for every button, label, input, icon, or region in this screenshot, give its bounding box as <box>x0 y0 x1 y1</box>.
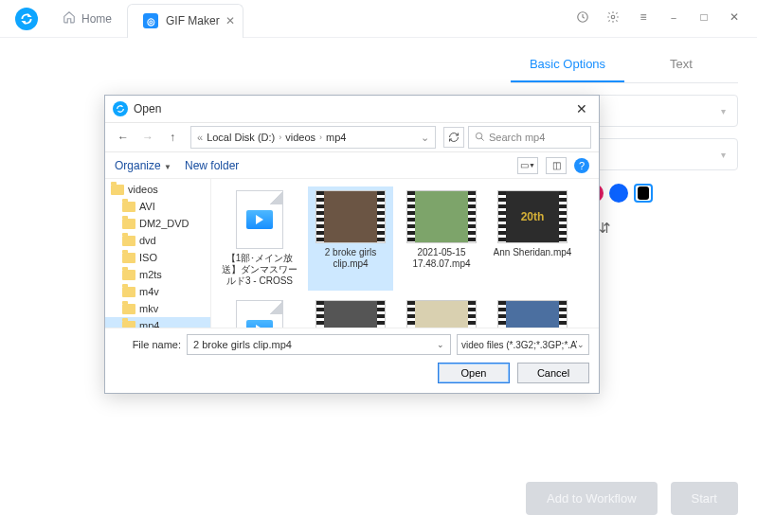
organize-menu[interactable]: Organize ▼ <box>115 159 171 172</box>
window-controls: ≡ － □ ✕ <box>575 10 751 27</box>
filter-label: video files (*.3G2;*.3GP;*.AVI;*.D <box>461 340 577 350</box>
tree-item-label: AVI <box>139 201 155 212</box>
video-thumb <box>406 300 477 328</box>
chevron-down-icon: ▾ <box>721 106 726 116</box>
tree-item[interactable]: m2ts <box>105 266 210 283</box>
tree-item[interactable]: m4v <box>105 283 210 300</box>
dialog-footer: File name: 2 broke girls clip.mp4 ⌄ vide… <box>105 328 599 393</box>
tree-item-label: dvd <box>139 235 156 246</box>
tree-item[interactable]: ISO <box>105 249 210 266</box>
tab-gif-maker[interactable]: ◎ GIF Maker ✕ <box>127 4 243 38</box>
tab-basic-options[interactable]: Basic Options <box>511 47 624 82</box>
minimize-icon[interactable]: － <box>666 10 681 27</box>
gif-icon: ◎ <box>143 13 158 28</box>
folder-icon <box>122 287 135 297</box>
refresh-icon[interactable] <box>443 127 464 148</box>
tree-item[interactable]: DM2_DVD <box>105 215 210 232</box>
file-doc-icon <box>236 190 283 249</box>
filename-value: 2 broke girls clip.mp4 <box>193 339 292 350</box>
cancel-button[interactable]: Cancel <box>517 363 589 383</box>
crumb-1[interactable]: videos <box>285 132 315 143</box>
gear-icon[interactable] <box>605 10 621 27</box>
open-button[interactable]: Open <box>438 363 510 383</box>
dialog-toolbar: Organize ▼ New folder ▭ ▼ ◫ ? <box>105 152 599 179</box>
file-filter-select[interactable]: video files (*.3G2;*.3GP;*.AVI;*.D ⌄ <box>457 334 589 355</box>
file-item[interactable] <box>217 296 302 328</box>
file-label: 【1部･メイン放送】ダンマスワールド3 - CROSS OVER and ASS… <box>219 253 300 287</box>
file-open-dialog: Open ✕ ← → ↑ « Local Disk (D:) › videos … <box>104 95 600 394</box>
nav-up-icon[interactable]: ↑ <box>162 127 183 148</box>
dialog-app-icon <box>113 101 128 116</box>
tree-item-label: videos <box>128 184 158 195</box>
file-grid: 【1部･メイン放送】ダンマスワールド3 - CROSS OVER and ASS… <box>211 179 599 328</box>
new-folder-button[interactable]: New folder <box>185 159 239 172</box>
tree-item[interactable]: AVI <box>105 198 210 215</box>
file-item[interactable] <box>490 296 575 328</box>
tree-item-label: m4v <box>139 286 159 297</box>
tab-home-label: Home <box>81 12 112 26</box>
dialog-titlebar: Open ✕ <box>105 96 599 122</box>
chevron-down-icon[interactable]: ⌄ <box>421 132 429 144</box>
svg-point-1 <box>611 15 615 19</box>
right-panel-tabs: Basic Options Text <box>511 47 738 83</box>
history-icon[interactable] <box>575 10 590 27</box>
dialog-title: Open <box>134 102 161 115</box>
close-tab-icon[interactable]: ✕ <box>225 14 235 27</box>
chevron-down-icon[interactable]: ⌄ <box>437 340 444 349</box>
tree-item[interactable]: dvd <box>105 232 210 249</box>
file-doc-icon <box>236 300 283 328</box>
chevron-down-icon: ⌄ <box>577 340 585 349</box>
tree-item-label: m2ts <box>139 269 162 280</box>
file-item[interactable]: 20thAnn Sheridan.mp4 <box>490 186 575 291</box>
chevron-left-icon: « <box>197 132 203 143</box>
video-thumb <box>315 300 386 328</box>
file-item[interactable]: 2 broke girls clip.mp4 <box>308 186 393 291</box>
nav-back-icon[interactable]: ← <box>113 127 134 148</box>
close-icon[interactable]: ✕ <box>727 10 742 27</box>
tree-item[interactable]: mp4 <box>105 317 210 328</box>
folder-icon <box>111 185 124 195</box>
dialog-close-icon[interactable]: ✕ <box>572 101 591 116</box>
tree-item-label: ISO <box>139 252 157 263</box>
search-icon <box>475 132 485 144</box>
crumb-0[interactable]: Local Disk (D:) <box>207 132 275 143</box>
color-swatch[interactable] <box>634 184 653 203</box>
menu-icon[interactable]: ≡ <box>636 10 651 27</box>
folder-icon <box>122 321 135 328</box>
file-item[interactable]: 【1部･メイン放送】ダンマスワールド3 - CROSS OVER and ASS… <box>217 186 302 291</box>
tree-item-label: DM2_DVD <box>139 218 189 229</box>
crumb-2[interactable]: mp4 <box>326 132 346 143</box>
home-icon <box>63 10 76 27</box>
search-input[interactable]: Search mp4 <box>468 126 591 149</box>
filename-input[interactable]: 2 broke girls clip.mp4 ⌄ <box>187 334 451 355</box>
dialog-body: videosAVIDM2_DVDdvdISOm2tsm4vmkvmp4 【1部･… <box>105 179 599 328</box>
chevron-right-icon: › <box>319 133 322 142</box>
app-logo <box>15 8 38 30</box>
flip-vertical-icon[interactable]: ⇵ <box>599 220 611 237</box>
help-icon[interactable]: ? <box>574 158 589 173</box>
tree-item-label: mkv <box>139 303 158 314</box>
file-item[interactable] <box>308 296 393 328</box>
chevron-down-icon: ▾ <box>721 150 726 160</box>
tab-text[interactable]: Text <box>624 47 738 82</box>
folder-icon <box>122 202 135 212</box>
file-item[interactable] <box>399 296 484 328</box>
tree-item[interactable]: videos <box>105 181 210 198</box>
tree-item-label: mp4 <box>139 320 159 328</box>
view-mode-button[interactable]: ▭ ▼ <box>517 157 538 174</box>
add-to-workflow-button[interactable]: Add to Workflow <box>526 482 657 515</box>
maximize-icon[interactable]: □ <box>696 10 712 27</box>
app-bar: Home ◎ GIF Maker ✕ ≡ － □ ✕ <box>0 0 757 38</box>
preview-pane-button[interactable]: ◫ <box>546 157 567 174</box>
file-item[interactable]: 2021-05-15 17.48.07.mp4 <box>399 186 484 291</box>
dialog-nav: ← → ↑ « Local Disk (D:) › videos › mp4 ⌄… <box>105 122 599 152</box>
color-swatch[interactable] <box>609 184 628 203</box>
breadcrumb[interactable]: « Local Disk (D:) › videos › mp4 ⌄ <box>190 126 436 149</box>
search-placeholder: Search mp4 <box>489 132 545 143</box>
tree-item[interactable]: mkv <box>105 300 210 317</box>
folder-icon <box>122 270 135 280</box>
folder-icon <box>122 236 135 246</box>
nav-forward-icon: → <box>137 127 158 148</box>
tab-home[interactable]: Home <box>47 0 127 38</box>
start-button[interactable]: Start <box>671 482 738 515</box>
